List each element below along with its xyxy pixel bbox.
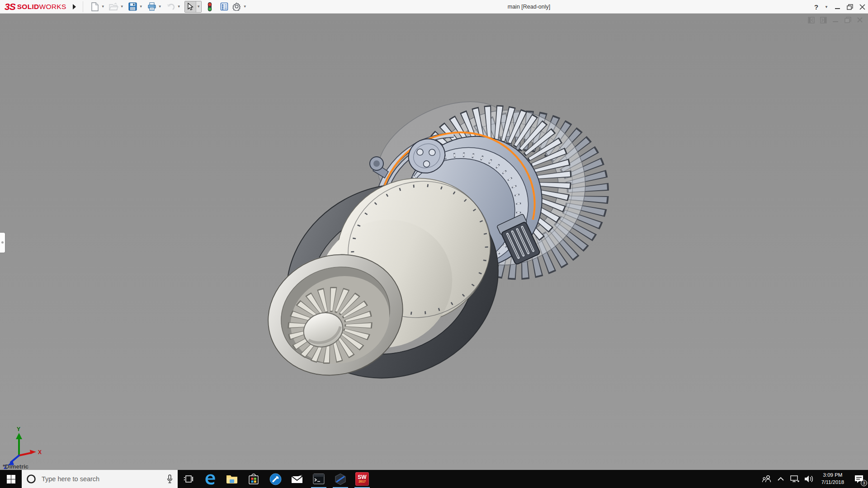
notification-badge: 3 xyxy=(861,480,867,486)
save-button[interactable] xyxy=(127,1,138,12)
orientation-triad: Y X Z xyxy=(0,14,54,470)
axis-y-label: Y xyxy=(17,426,20,432)
brand-text-works: WORKS xyxy=(39,3,66,10)
child-window-controls xyxy=(807,16,863,23)
collapse-left-pane-icon[interactable] xyxy=(807,16,815,23)
undo-button[interactable] xyxy=(165,1,176,12)
people-icon xyxy=(762,475,772,483)
windows-taskbar: SW 2017 3:09 PM 7/11/2018 xyxy=(0,470,868,488)
edge-button[interactable] xyxy=(199,470,221,488)
mail-button[interactable] xyxy=(286,470,308,488)
sw-badge-year: 2017 xyxy=(359,480,366,483)
new-document-icon xyxy=(91,2,99,11)
window-title: main [Read-only] xyxy=(479,0,579,14)
select-tool-button[interactable] xyxy=(185,1,196,12)
axis-x-label: X xyxy=(38,449,42,455)
sw-badge-label: SW xyxy=(358,475,366,480)
help-dropdown[interactable]: ▼ xyxy=(825,5,828,9)
mail-icon xyxy=(291,474,303,483)
properties-button[interactable] xyxy=(219,1,230,12)
minimize-button[interactable] xyxy=(835,4,840,10)
tray-overflow-button[interactable] xyxy=(774,470,788,488)
traffic-light-button[interactable] xyxy=(204,1,215,12)
action-center-button[interactable]: 3 xyxy=(850,470,868,488)
start-button[interactable] xyxy=(0,470,22,488)
file-explorer-button[interactable] xyxy=(221,470,243,488)
print-dropdown[interactable]: ▼ xyxy=(157,1,163,12)
network-icon xyxy=(790,475,800,483)
engine-model[interactable] xyxy=(0,14,868,470)
child-close-icon[interactable] xyxy=(856,16,863,23)
windows-logo-icon xyxy=(7,475,15,483)
options-gear-icon xyxy=(232,2,241,11)
command-prompt-button[interactable] xyxy=(308,470,330,488)
ds-logo-icon: 3S xyxy=(5,1,15,12)
print-button[interactable] xyxy=(146,1,157,12)
graphics-viewport[interactable]: Y X Z *Dimetric xyxy=(0,14,868,470)
title-bar: 3S SOLIDWORKS ▼ ▼ ▼ xyxy=(0,0,868,14)
select-tool-dropdown[interactable]: ▼ xyxy=(196,1,201,12)
restore-button[interactable] xyxy=(847,4,853,10)
new-document-dropdown[interactable]: ▼ xyxy=(100,1,106,12)
taskbar-clock[interactable]: 3:09 PM 7/11/2018 xyxy=(816,472,850,486)
new-document-button[interactable] xyxy=(90,1,100,12)
open-button[interactable] xyxy=(108,1,119,12)
options-dropdown[interactable]: ▼ xyxy=(242,1,248,12)
print-icon xyxy=(147,2,156,11)
solidworks-2017-button[interactable]: SW 2017 xyxy=(351,470,373,488)
speaker-icon xyxy=(804,475,814,483)
wrench-app-button[interactable] xyxy=(264,470,286,488)
solidworks-2017-icon: SW 2017 xyxy=(355,472,369,486)
taskbar-search[interactable] xyxy=(22,470,178,488)
volume-button[interactable] xyxy=(802,470,816,488)
traffic-light-icon xyxy=(207,2,212,12)
options-button[interactable] xyxy=(231,1,242,12)
orientation-label: *Dimetric xyxy=(3,463,28,470)
file-explorer-icon xyxy=(226,474,238,484)
edge-icon xyxy=(204,473,217,485)
store-icon xyxy=(248,473,259,485)
clock-date: 7/11/2018 xyxy=(816,479,850,486)
child-restore-icon[interactable] xyxy=(844,16,851,23)
collapse-right-pane-icon[interactable] xyxy=(820,16,827,23)
clock-time: 3:09 PM xyxy=(816,472,850,479)
people-button[interactable] xyxy=(760,470,774,488)
undo-dropdown[interactable]: ▼ xyxy=(176,1,182,12)
child-minimize-icon[interactable] xyxy=(832,16,839,23)
save-icon xyxy=(128,2,137,11)
chevron-up-icon xyxy=(777,477,784,481)
system-tray: 3:09 PM 7/11/2018 3 xyxy=(760,470,868,488)
network-button[interactable] xyxy=(788,470,802,488)
search-input[interactable] xyxy=(41,475,162,483)
select-arrow-icon xyxy=(187,3,193,10)
task-view-button[interactable] xyxy=(178,470,199,488)
close-button[interactable] xyxy=(859,4,865,10)
help-button[interactable]: ? xyxy=(814,3,818,11)
open-dropdown[interactable]: ▼ xyxy=(119,1,125,12)
store-button[interactable] xyxy=(243,470,264,488)
undo-icon xyxy=(166,3,175,10)
brand-text-solid: SOLID xyxy=(17,3,39,10)
open-icon xyxy=(109,3,118,11)
save-dropdown[interactable]: ▼ xyxy=(138,1,144,12)
solidworks-window: 3S SOLIDWORKS ▼ ▼ ▼ xyxy=(0,0,868,488)
command-prompt-icon xyxy=(313,474,325,484)
wrench-app-icon xyxy=(269,473,282,485)
menu-flyout-arrow[interactable] xyxy=(70,2,79,12)
microphone-icon[interactable] xyxy=(166,474,173,483)
taskbar-empty-space xyxy=(373,470,760,488)
properties-list-icon xyxy=(220,2,228,11)
cortana-icon xyxy=(26,474,36,484)
select-tool-group: ▼ xyxy=(184,1,202,13)
toolbar-separator xyxy=(83,1,83,12)
hexagon-app-icon xyxy=(335,473,346,485)
task-view-icon xyxy=(184,474,193,483)
solidworks-logo: 3S SOLIDWORKS xyxy=(0,0,69,13)
hexagon-app-button[interactable] xyxy=(330,470,351,488)
